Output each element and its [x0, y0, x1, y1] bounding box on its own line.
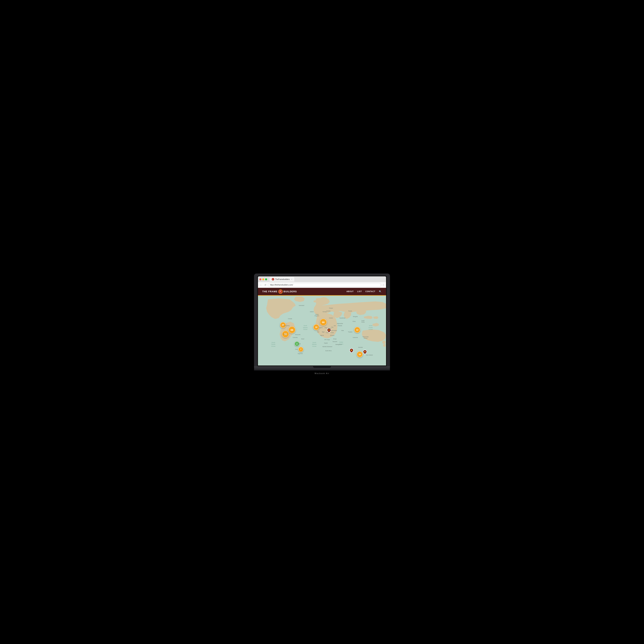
scene: F TheFramebuilders × ← ↺ https://thefram…	[249, 249, 395, 395]
browser-chrome: F TheFramebuilders × ← ↺ https://thefram…	[258, 276, 386, 365]
browser-more-button[interactable]: ⋮	[382, 284, 385, 286]
laptop-stand: Macbook Air	[254, 369, 390, 370]
laptop-base	[254, 366, 390, 369]
website-content: THE FRAME F BUILDERS ABOUT LIST CONTACT	[258, 288, 386, 365]
browser-tab[interactable]: F TheFramebuilders ×	[270, 277, 294, 282]
laptop-notch	[313, 366, 331, 368]
world-map-svg	[258, 296, 386, 365]
map-container: 3968566610122710North Atlantic OceanSout…	[258, 296, 386, 365]
browser-nav-bar: ← ↺ https://theframebuilders.com/ ⋮	[258, 282, 386, 288]
logo-text-1: THE FRAME	[262, 290, 277, 293]
traffic-lights	[259, 278, 267, 280]
logo-icon-letter: F	[280, 291, 281, 292]
traffic-light-green[interactable]	[265, 278, 267, 280]
nav-search-button[interactable]: 🔍	[379, 290, 382, 293]
browser-tabs-bar: F TheFramebuilders ×	[258, 276, 386, 282]
tab-favicon: F	[272, 278, 274, 280]
logo-text-2: BUILDERS	[284, 290, 297, 293]
tab-close-button[interactable]: ×	[291, 278, 292, 280]
macbook-label: Macbook Air	[315, 372, 330, 374]
site-header: THE FRAME F BUILDERS ABOUT LIST CONTACT	[258, 288, 386, 296]
traffic-light-red[interactable]	[259, 278, 261, 280]
laptop-lid: F TheFramebuilders × ← ↺ https://thefram…	[254, 274, 390, 366]
site-logo: THE FRAME F BUILDERS	[262, 289, 297, 294]
site-nav: ABOUT LIST CONTACT 🔍	[347, 290, 382, 293]
screen-bezel: F TheFramebuilders × ← ↺ https://thefram…	[257, 276, 387, 366]
nav-contact[interactable]: CONTACT	[365, 291, 375, 292]
nav-list[interactable]: LIST	[357, 291, 362, 292]
back-button[interactable]: ←	[259, 283, 263, 287]
nav-about[interactable]: ABOUT	[347, 291, 354, 292]
traffic-light-yellow[interactable]	[262, 278, 264, 280]
laptop: F TheFramebuilders × ← ↺ https://thefram…	[254, 274, 390, 370]
address-bar[interactable]: https://theframebuilders.com/	[268, 283, 381, 287]
logo-icon: F	[278, 289, 283, 294]
tab-title: TheFramebuilders	[275, 278, 290, 280]
refresh-button[interactable]: ↺	[264, 283, 267, 287]
